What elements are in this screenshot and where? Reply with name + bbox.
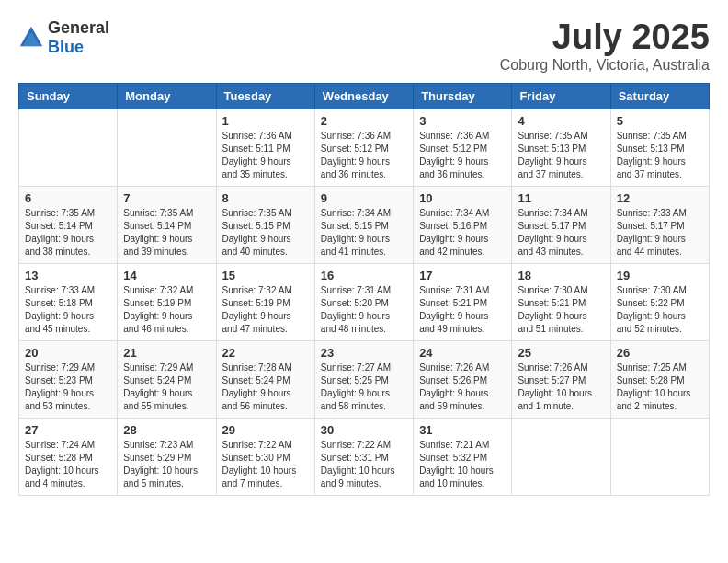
calendar-cell: 9Sunrise: 7:34 AM Sunset: 5:15 PM Daylig… — [314, 186, 413, 263]
calendar-cell: 10Sunrise: 7:34 AM Sunset: 5:16 PM Dayli… — [414, 186, 512, 263]
day-header-saturday: Saturday — [610, 83, 709, 109]
calendar-cell: 13Sunrise: 7:33 AM Sunset: 5:18 PM Dayli… — [19, 263, 118, 340]
calendar-cell: 30Sunrise: 7:22 AM Sunset: 5:31 PM Dayli… — [314, 418, 413, 495]
day-info: Sunrise: 7:35 AM Sunset: 5:14 PM Dayligh… — [25, 207, 111, 259]
day-header-monday: Monday — [118, 83, 216, 109]
day-number: 8 — [222, 191, 309, 205]
day-number: 10 — [419, 191, 506, 205]
day-info: Sunrise: 7:36 AM Sunset: 5:12 PM Dayligh… — [419, 130, 506, 181]
day-info: Sunrise: 7:27 AM Sunset: 5:25 PM Dayligh… — [321, 362, 407, 413]
logo-blue: Blue — [48, 38, 84, 56]
day-number: 31 — [419, 423, 506, 437]
day-number: 12 — [617, 191, 703, 205]
calendar-cell: 26Sunrise: 7:25 AM Sunset: 5:28 PM Dayli… — [610, 340, 709, 418]
day-info: Sunrise: 7:31 AM Sunset: 5:20 PM Dayligh… — [321, 284, 407, 336]
day-info: Sunrise: 7:26 AM Sunset: 5:27 PM Dayligh… — [518, 362, 604, 413]
day-info: Sunrise: 7:32 AM Sunset: 5:19 PM Dayligh… — [123, 284, 210, 336]
calendar-table: SundayMondayTuesdayWednesdayThursdayFrid… — [18, 83, 710, 496]
day-number: 23 — [321, 346, 407, 360]
day-number: 13 — [25, 269, 111, 282]
calendar-cell: 20Sunrise: 7:29 AM Sunset: 5:23 PM Dayli… — [19, 340, 118, 418]
calendar-cell: 25Sunrise: 7:26 AM Sunset: 5:27 PM Dayli… — [512, 340, 610, 418]
calendar-cell: 18Sunrise: 7:30 AM Sunset: 5:21 PM Dayli… — [512, 263, 610, 340]
day-header-friday: Friday — [512, 83, 610, 109]
calendar-cell — [19, 109, 118, 186]
day-info: Sunrise: 7:36 AM Sunset: 5:12 PM Dayligh… — [321, 130, 407, 181]
day-number: 17 — [419, 269, 506, 282]
month-year-title: July 2025 — [500, 18, 710, 57]
calendar-week-5: 27Sunrise: 7:24 AM Sunset: 5:28 PM Dayli… — [19, 418, 710, 495]
calendar-cell: 23Sunrise: 7:27 AM Sunset: 5:25 PM Dayli… — [314, 340, 413, 418]
day-info: Sunrise: 7:34 AM Sunset: 5:15 PM Dayligh… — [321, 207, 407, 259]
day-info: Sunrise: 7:29 AM Sunset: 5:23 PM Dayligh… — [25, 362, 111, 413]
day-info: Sunrise: 7:26 AM Sunset: 5:26 PM Dayligh… — [419, 362, 506, 413]
day-info: Sunrise: 7:29 AM Sunset: 5:24 PM Dayligh… — [123, 362, 210, 413]
calendar-cell: 28Sunrise: 7:23 AM Sunset: 5:29 PM Dayli… — [118, 418, 216, 495]
day-header-sunday: Sunday — [19, 83, 118, 109]
calendar-body: 1Sunrise: 7:36 AM Sunset: 5:11 PM Daylig… — [19, 109, 710, 495]
calendar-cell: 19Sunrise: 7:30 AM Sunset: 5:22 PM Dayli… — [610, 263, 709, 340]
day-number: 28 — [123, 423, 210, 437]
calendar-cell: 29Sunrise: 7:22 AM Sunset: 5:30 PM Dayli… — [216, 418, 314, 495]
calendar-cell — [118, 109, 216, 186]
day-info: Sunrise: 7:22 AM Sunset: 5:31 PM Dayligh… — [321, 439, 407, 490]
calendar-cell: 22Sunrise: 7:28 AM Sunset: 5:24 PM Dayli… — [216, 340, 314, 418]
day-number: 24 — [419, 346, 506, 360]
calendar-cell: 11Sunrise: 7:34 AM Sunset: 5:17 PM Dayli… — [512, 186, 610, 263]
day-header-tuesday: Tuesday — [216, 83, 314, 109]
day-number: 22 — [222, 346, 309, 360]
page-header: General Blue July 2025 Coburg North, Vic… — [18, 18, 710, 74]
day-info: Sunrise: 7:35 AM Sunset: 5:13 PM Dayligh… — [617, 130, 703, 181]
calendar-cell: 7Sunrise: 7:35 AM Sunset: 5:14 PM Daylig… — [118, 186, 216, 263]
day-info: Sunrise: 7:31 AM Sunset: 5:21 PM Dayligh… — [419, 284, 506, 336]
calendar-cell: 17Sunrise: 7:31 AM Sunset: 5:21 PM Dayli… — [414, 263, 512, 340]
calendar-cell: 8Sunrise: 7:35 AM Sunset: 5:15 PM Daylig… — [216, 186, 314, 263]
logo-text: General Blue — [48, 18, 109, 57]
logo: General Blue — [18, 18, 109, 57]
day-number: 5 — [617, 114, 703, 128]
calendar-cell: 6Sunrise: 7:35 AM Sunset: 5:14 PM Daylig… — [19, 186, 118, 263]
day-info: Sunrise: 7:35 AM Sunset: 5:14 PM Dayligh… — [123, 207, 210, 259]
day-number: 11 — [518, 191, 604, 205]
day-number: 27 — [25, 423, 111, 437]
calendar-cell: 16Sunrise: 7:31 AM Sunset: 5:20 PM Dayli… — [314, 263, 413, 340]
day-info: Sunrise: 7:35 AM Sunset: 5:15 PM Dayligh… — [222, 207, 309, 259]
day-number: 14 — [123, 269, 210, 282]
day-info: Sunrise: 7:35 AM Sunset: 5:13 PM Dayligh… — [518, 130, 604, 181]
calendar-week-4: 20Sunrise: 7:29 AM Sunset: 5:23 PM Dayli… — [19, 340, 710, 418]
calendar-week-1: 1Sunrise: 7:36 AM Sunset: 5:11 PM Daylig… — [19, 109, 710, 186]
day-info: Sunrise: 7:21 AM Sunset: 5:32 PM Dayligh… — [419, 439, 506, 490]
day-number: 29 — [222, 423, 309, 437]
calendar-cell: 2Sunrise: 7:36 AM Sunset: 5:12 PM Daylig… — [314, 109, 413, 186]
day-info: Sunrise: 7:30 AM Sunset: 5:21 PM Dayligh… — [518, 284, 604, 336]
calendar-cell: 27Sunrise: 7:24 AM Sunset: 5:28 PM Dayli… — [19, 418, 118, 495]
title-block: July 2025 Coburg North, Victoria, Austra… — [500, 18, 710, 74]
calendar-header: SundayMondayTuesdayWednesdayThursdayFrid… — [19, 83, 710, 109]
day-info: Sunrise: 7:32 AM Sunset: 5:19 PM Dayligh… — [222, 284, 309, 336]
day-number: 30 — [321, 423, 407, 437]
day-info: Sunrise: 7:33 AM Sunset: 5:18 PM Dayligh… — [25, 284, 111, 336]
day-info: Sunrise: 7:30 AM Sunset: 5:22 PM Dayligh… — [617, 284, 703, 336]
calendar-cell: 12Sunrise: 7:33 AM Sunset: 5:17 PM Dayli… — [610, 186, 709, 263]
calendar-cell: 14Sunrise: 7:32 AM Sunset: 5:19 PM Dayli… — [118, 263, 216, 340]
day-number: 3 — [419, 114, 506, 128]
day-info: Sunrise: 7:24 AM Sunset: 5:28 PM Dayligh… — [25, 439, 111, 490]
logo-general: General — [48, 18, 109, 37]
day-info: Sunrise: 7:28 AM Sunset: 5:24 PM Dayligh… — [222, 362, 309, 413]
day-number: 25 — [518, 346, 604, 360]
calendar-week-2: 6Sunrise: 7:35 AM Sunset: 5:14 PM Daylig… — [19, 186, 710, 263]
calendar-cell: 3Sunrise: 7:36 AM Sunset: 5:12 PM Daylig… — [414, 109, 512, 186]
calendar-cell: 15Sunrise: 7:32 AM Sunset: 5:19 PM Dayli… — [216, 263, 314, 340]
day-header-wednesday: Wednesday — [314, 83, 413, 109]
day-number: 15 — [222, 269, 309, 282]
logo-icon — [18, 25, 44, 51]
calendar-week-3: 13Sunrise: 7:33 AM Sunset: 5:18 PM Dayli… — [19, 263, 710, 340]
calendar-cell: 31Sunrise: 7:21 AM Sunset: 5:32 PM Dayli… — [414, 418, 512, 495]
day-number: 2 — [321, 114, 407, 128]
calendar-cell: 21Sunrise: 7:29 AM Sunset: 5:24 PM Dayli… — [118, 340, 216, 418]
day-info: Sunrise: 7:36 AM Sunset: 5:11 PM Dayligh… — [222, 130, 309, 181]
day-info: Sunrise: 7:22 AM Sunset: 5:30 PM Dayligh… — [222, 439, 309, 490]
calendar-cell: 1Sunrise: 7:36 AM Sunset: 5:11 PM Daylig… — [216, 109, 314, 186]
day-number: 4 — [518, 114, 604, 128]
day-info: Sunrise: 7:34 AM Sunset: 5:16 PM Dayligh… — [419, 207, 506, 259]
